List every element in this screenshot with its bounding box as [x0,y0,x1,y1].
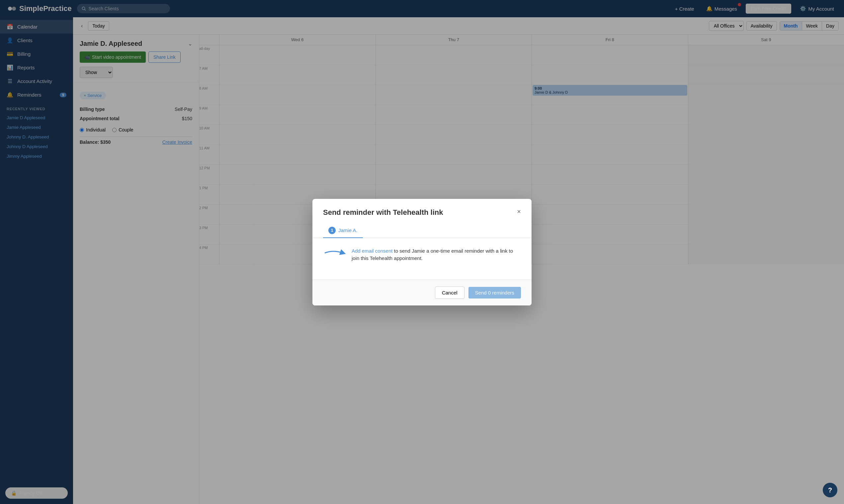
modal-body: Add email consent to send Jamie a one-ti… [312,238,532,280]
modal-header: Send reminder with Telehealth link × [312,199,532,223]
tab-label: Jamie A. [338,228,358,233]
modal-tab-jamie[interactable]: 1 Jamie A. [323,223,363,238]
telehealth-reminder-modal: Send reminder with Telehealth link × 1 J… [312,199,532,305]
modal-tabs: 1 Jamie A. [312,223,532,238]
modal-overlay[interactable]: Send reminder with Telehealth link × 1 J… [0,0,844,504]
modal-title: Send reminder with Telehealth link [323,208,443,217]
tab-number-badge: 1 [328,227,336,234]
cancel-button[interactable]: Cancel [435,287,465,299]
consent-message: Add email consent to send Jamie a one-ti… [352,247,521,262]
modal-footer: Cancel Send 0 reminders [312,280,532,305]
modal-close-button[interactable]: × [517,208,521,215]
arrow-icon [323,248,346,258]
add-email-consent-link[interactable]: Add email consent [352,248,392,254]
arrow-container: Add email consent to send Jamie a one-ti… [323,247,521,262]
help-button[interactable]: ? [823,483,837,497]
send-reminders-button[interactable]: Send 0 reminders [468,287,521,299]
